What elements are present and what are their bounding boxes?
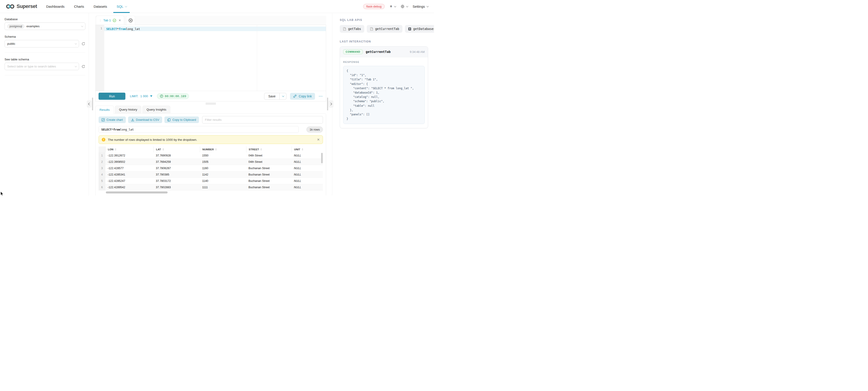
caret-down-icon xyxy=(150,95,152,97)
copy-clipboard-button[interactable]: Copy to Clipboard xyxy=(164,117,199,123)
table-cell: 37.7806267 xyxy=(154,167,200,170)
schema-label: Schema xyxy=(4,35,85,38)
table-row: 5-122.428524737.78031721140Buchanan Stre… xyxy=(99,178,323,184)
sort-icon[interactable] xyxy=(215,148,217,151)
column-header[interactable]: LON xyxy=(105,146,154,152)
api-panel-title: SQL LAB APIS xyxy=(340,19,428,22)
limit-label: LIMIT: xyxy=(130,94,138,98)
table-cell: NULL xyxy=(291,160,323,163)
brand-name: Superset xyxy=(17,3,37,9)
table-cell: -122.4285247 xyxy=(105,180,154,183)
settings-menu[interactable]: Settings xyxy=(413,4,428,8)
add-tab-button[interactable] xyxy=(126,16,135,25)
copy-link-button[interactable]: Copy link xyxy=(290,93,315,100)
save-options-button[interactable] xyxy=(279,93,286,99)
table-cell: 1160 xyxy=(200,167,246,170)
chevron-down-icon xyxy=(282,95,284,97)
tab-query-history[interactable]: Query history xyxy=(115,106,141,113)
table-cell: 1550 xyxy=(200,154,246,157)
tab-results[interactable]: Results xyxy=(95,106,114,113)
scrollbar-thumb[interactable] xyxy=(106,191,167,193)
table-cell: 04th Street xyxy=(246,154,291,157)
column-header[interactable]: STREET xyxy=(246,146,291,152)
horizontal-scrollbar[interactable] xyxy=(99,191,323,194)
theme-toggle[interactable] xyxy=(401,4,408,8)
close-tab-icon[interactable]: ✕ xyxy=(119,19,121,22)
table-cell: 1111 xyxy=(200,186,246,189)
new-item-button[interactable]: + xyxy=(390,4,396,9)
table-select[interactable]: Select table or type to search tables xyxy=(4,63,79,70)
chevron-down-icon xyxy=(75,42,77,44)
drag-handle-icon[interactable]: ⋮ xyxy=(99,19,101,22)
table-cell: 37.7690928 xyxy=(154,154,200,157)
filter-results-input[interactable] xyxy=(202,116,323,124)
top-nav: Superset Dashboards Charts Datasets SQL … xyxy=(0,0,434,13)
chevron-down-icon xyxy=(427,5,429,7)
warning-text: The number of rows displayed is limited … xyxy=(108,138,197,141)
collapse-right-panel-button[interactable] xyxy=(329,100,333,108)
results-panel: Create chart Download to CSV Copy t xyxy=(95,113,326,195)
database-engine-tag: postgresql xyxy=(7,24,24,29)
column-header[interactable]: NUMBER xyxy=(200,146,246,152)
nav-sql[interactable]: SQL xyxy=(117,0,126,13)
superset-logo-icon xyxy=(6,4,14,9)
results-table: LONLATNUMBERSTREETUNIT 1-122.391267237.7… xyxy=(99,146,323,194)
refresh-icon[interactable] xyxy=(81,64,85,69)
table-cell: 37.7802883 xyxy=(154,186,200,189)
superset-sql-lab: Superset Dashboards Charts Datasets SQL … xyxy=(0,0,434,195)
download-csv-button[interactable]: Download to CSV xyxy=(128,117,162,123)
table-cell: Buchanan Street xyxy=(246,180,291,183)
more-options-button[interactable]: ⋯ xyxy=(319,94,323,99)
table-cell: 1142 xyxy=(200,173,246,176)
results-table-header: LONLATNUMBERSTREETUNIT xyxy=(99,146,323,152)
row-number: 3 xyxy=(99,165,105,171)
get-databases-button[interactable]: getDatabases xyxy=(405,25,434,33)
table-cell: 37.7803172 xyxy=(154,180,200,183)
row-count-badge[interactable]: 1k rows xyxy=(306,127,323,133)
table-cell: 04th Street xyxy=(246,160,291,163)
run-button[interactable]: Run xyxy=(99,93,125,100)
table-row: 3-122.42857737.78062671160Buchanan Stree… xyxy=(99,165,323,171)
table-cell: NULL xyxy=(291,186,323,189)
close-warning-icon[interactable]: ✕ xyxy=(317,138,320,142)
column-header[interactable]: UNIT xyxy=(291,146,323,152)
vertical-scrollbar[interactable] xyxy=(321,153,323,163)
panel-resize-handle[interactable] xyxy=(206,103,216,105)
collapse-sidebar-button[interactable] xyxy=(87,100,92,108)
refresh-icon[interactable] xyxy=(81,42,85,46)
column-header-label: STREET xyxy=(249,148,259,151)
column-header[interactable]: LAT xyxy=(154,146,200,152)
nav-charts[interactable]: Charts xyxy=(74,0,84,13)
sql-lab-api-panel: SQL LAB APIS getTabs getCurrentTab xyxy=(334,13,434,195)
schema-select[interactable]: public xyxy=(4,40,79,47)
sort-icon[interactable] xyxy=(302,148,303,151)
limit-dropdown[interactable]: LIMIT: 1 000 xyxy=(130,94,152,98)
sort-icon[interactable] xyxy=(260,148,262,151)
get-current-tab-button[interactable]: getCurrentTab xyxy=(367,25,402,33)
row-number: 5 xyxy=(99,178,105,184)
database-select[interactable]: postgresql examples xyxy=(4,23,85,30)
get-tabs-button[interactable]: getTabs xyxy=(340,25,364,33)
table-cell: -122.428577 xyxy=(105,167,154,170)
row-number-header xyxy=(99,146,105,152)
table-schema-label: See table schema xyxy=(4,58,85,61)
nav-datasets[interactable]: Datasets xyxy=(94,0,107,13)
column-header-label: LON xyxy=(108,148,113,151)
table-row: 1-122.391267237.7690928155004th StreetNU… xyxy=(99,152,323,159)
sql-code-line[interactable]: SELECT * from long_lat xyxy=(104,27,326,31)
code-area[interactable]: 1 SELECT * from long_lat xyxy=(96,25,326,91)
tab-query-insights[interactable]: Query Insights xyxy=(143,106,170,113)
save-button[interactable]: Save xyxy=(265,93,279,99)
right-panel-resize-handle[interactable] xyxy=(327,98,328,110)
superset-logo[interactable]: Superset xyxy=(6,3,37,9)
sort-icon[interactable] xyxy=(115,148,116,151)
query-timer: 00:00:00.189 xyxy=(157,93,189,99)
table-cell: NULL xyxy=(291,167,323,170)
sidebar-resize-handle[interactable] xyxy=(92,98,93,110)
editor-tab[interactable]: ⋮ Tab 1 ✕ xyxy=(96,16,124,25)
sort-icon[interactable] xyxy=(163,148,164,151)
results-toolbar: Create chart Download to CSV Copy t xyxy=(99,116,323,124)
create-chart-button[interactable]: Create chart xyxy=(99,117,126,123)
api-buttons: getTabs getCurrentTab getDatabases xyxy=(340,25,428,33)
nav-dashboards[interactable]: Dashboards xyxy=(46,0,64,13)
